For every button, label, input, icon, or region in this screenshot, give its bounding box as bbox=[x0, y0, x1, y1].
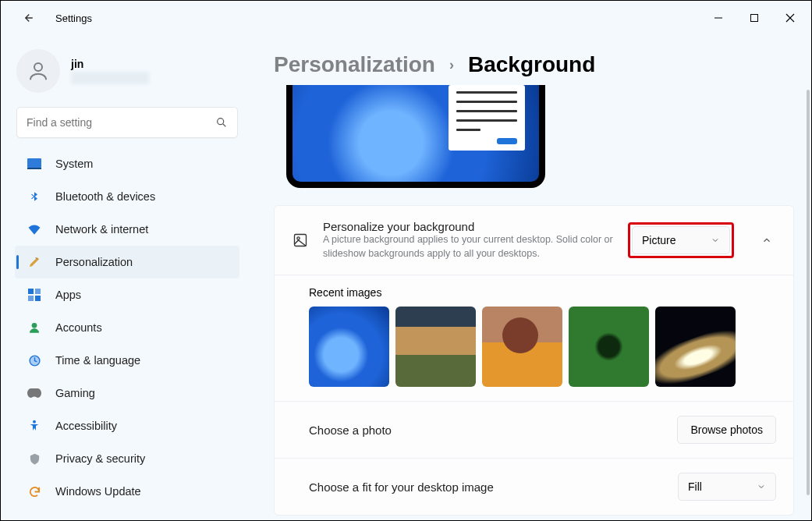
svg-point-15 bbox=[33, 420, 36, 424]
recent-image-thumb[interactable] bbox=[655, 307, 736, 387]
highlight-box: Picture bbox=[628, 222, 734, 258]
close-button[interactable] bbox=[772, 2, 808, 34]
nav-label: Network & internet bbox=[55, 223, 148, 236]
svg-line-6 bbox=[223, 124, 225, 126]
nav-update[interactable]: Windows Update bbox=[15, 475, 239, 508]
titlebar: Settings bbox=[1, 1, 811, 35]
search-icon bbox=[215, 116, 228, 129]
recent-image-thumb[interactable] bbox=[309, 307, 389, 387]
recent-images-section: Recent images bbox=[275, 275, 793, 402]
svg-rect-9 bbox=[28, 289, 34, 294]
recent-image-thumb[interactable] bbox=[482, 307, 562, 387]
collapse-button[interactable] bbox=[757, 231, 776, 250]
svg-rect-1 bbox=[751, 15, 758, 22]
monitor-icon bbox=[27, 157, 41, 171]
nav-label: Accessibility bbox=[55, 420, 117, 432]
svg-rect-8 bbox=[27, 168, 41, 169]
nav-label: Privacy & security bbox=[55, 452, 145, 465]
nav-label: Apps bbox=[55, 289, 81, 301]
svg-rect-7 bbox=[27, 158, 41, 168]
nav-label: Accounts bbox=[55, 321, 102, 334]
choose-fit-label: Choose a fit for your desktop image bbox=[309, 480, 664, 494]
nav-label: Bluetooth & devices bbox=[55, 190, 155, 203]
svg-rect-11 bbox=[28, 296, 34, 301]
window-controls bbox=[700, 2, 808, 34]
recent-image-thumb[interactable] bbox=[569, 307, 649, 387]
nav-accessibility[interactable]: Accessibility bbox=[15, 409, 239, 442]
related-settings-heading: Related settings bbox=[274, 516, 794, 520]
nav-list: System Bluetooth & devices Network & int… bbox=[15, 147, 239, 508]
chevron-right-icon: › bbox=[449, 57, 454, 73]
recent-images-heading: Recent images bbox=[309, 286, 776, 299]
clock-globe-icon bbox=[27, 353, 41, 367]
chevron-down-icon bbox=[711, 236, 720, 245]
search-input[interactable] bbox=[27, 116, 215, 129]
background-settings-card: Personalize your background A picture ba… bbox=[274, 205, 794, 516]
scrollbar[interactable] bbox=[807, 90, 810, 495]
nav-label: Time & language bbox=[55, 354, 140, 367]
avatar bbox=[16, 49, 60, 93]
apps-icon bbox=[27, 288, 41, 302]
nav-accounts[interactable]: Accounts bbox=[15, 311, 239, 344]
nav-apps[interactable]: Apps bbox=[15, 278, 239, 311]
app-title: Settings bbox=[55, 12, 92, 24]
recent-images-list bbox=[309, 307, 776, 387]
search-input-wrapper[interactable] bbox=[16, 107, 238, 138]
svg-point-4 bbox=[34, 63, 42, 71]
nav-label: Personalization bbox=[55, 256, 133, 268]
background-type-select[interactable]: Picture bbox=[632, 226, 730, 254]
page-title: Background bbox=[468, 52, 595, 77]
minimize-button[interactable] bbox=[700, 2, 736, 34]
preview-window-mock bbox=[449, 85, 525, 151]
nav-network[interactable]: Network & internet bbox=[15, 213, 239, 246]
nav-bluetooth[interactable]: Bluetooth & devices bbox=[15, 180, 239, 213]
user-profile[interactable]: jin bbox=[16, 49, 239, 93]
person-icon bbox=[27, 59, 50, 83]
update-icon bbox=[27, 484, 41, 498]
shield-icon bbox=[27, 452, 41, 466]
choose-photo-label: Choose a photo bbox=[309, 424, 663, 437]
account-icon bbox=[27, 321, 41, 335]
accessibility-icon bbox=[27, 419, 41, 433]
nav-time[interactable]: Time & language bbox=[15, 344, 239, 377]
nav-system[interactable]: System bbox=[15, 147, 239, 180]
breadcrumb-parent[interactable]: Personalization bbox=[274, 52, 435, 77]
wifi-icon bbox=[27, 222, 41, 236]
nav-label: Gaming bbox=[55, 387, 95, 399]
nav-label: System bbox=[55, 158, 93, 170]
chevron-up-icon bbox=[761, 235, 772, 246]
svg-point-13 bbox=[32, 323, 37, 328]
sidebar: jin System Bluetooth & devices Network &… bbox=[1, 35, 247, 520]
svg-rect-10 bbox=[35, 289, 41, 294]
nav-personalization[interactable]: Personalization bbox=[15, 246, 239, 278]
close-icon bbox=[785, 13, 795, 23]
back-button[interactable] bbox=[20, 10, 35, 26]
chevron-down-icon bbox=[757, 482, 766, 491]
nav-privacy[interactable]: Privacy & security bbox=[15, 442, 239, 475]
nav-label: Windows Update bbox=[55, 485, 141, 498]
desktop-preview bbox=[286, 85, 545, 188]
svg-point-5 bbox=[218, 119, 224, 125]
paintbrush-icon bbox=[27, 255, 41, 269]
nav-gaming[interactable]: Gaming bbox=[15, 377, 239, 409]
select-value: Fill bbox=[688, 480, 702, 493]
svg-rect-12 bbox=[35, 296, 41, 301]
personalize-title: Personalize your background bbox=[323, 220, 614, 233]
arrow-left-icon bbox=[20, 11, 34, 25]
picture-icon bbox=[292, 232, 309, 249]
maximize-icon bbox=[750, 13, 759, 23]
recent-image-thumb[interactable] bbox=[395, 307, 476, 387]
personalize-background-row: Personalize your background A picture ba… bbox=[275, 206, 793, 275]
fit-select[interactable]: Fill bbox=[678, 473, 776, 501]
gamepad-icon bbox=[27, 386, 41, 400]
maximize-button[interactable] bbox=[736, 2, 772, 34]
minimize-icon bbox=[714, 13, 723, 23]
main-content: Personalization › Background Personalize… bbox=[247, 35, 811, 520]
choose-fit-row: Choose a fit for your desktop image Fill bbox=[275, 459, 793, 515]
browse-photos-button[interactable]: Browse photos bbox=[677, 416, 776, 444]
svg-point-17 bbox=[297, 237, 300, 239]
bluetooth-icon bbox=[27, 190, 41, 204]
user-email-redacted bbox=[71, 72, 149, 84]
choose-photo-row: Choose a photo Browse photos bbox=[275, 402, 793, 459]
personalize-description: A picture background applies to your cur… bbox=[323, 233, 614, 260]
